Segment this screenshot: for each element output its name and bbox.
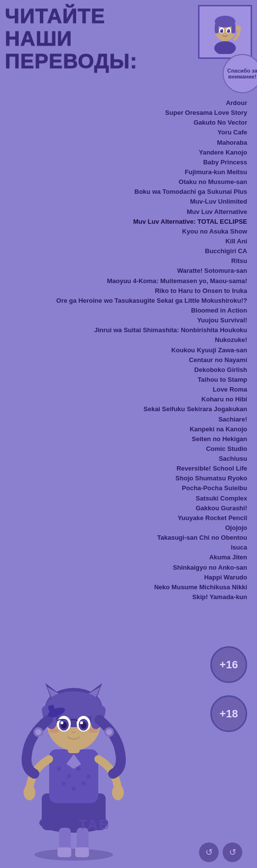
header: ЧИТАЙТЕ НАШИ ПЕРЕВОДЫ: — [0, 0, 257, 96]
list-item-comic-studio: Comic Studio — [10, 444, 247, 454]
list-item: Maoyuu 4-Koma: Muitemasen yo, Maou-sama! — [10, 276, 247, 286]
age-badge-16[interactable]: +16 — [210, 646, 247, 683]
list-item: Pocha-Pocha Suieibu — [10, 483, 247, 493]
list-item: Muv-Luv Unlimited — [10, 197, 247, 207]
svg-point-44 — [49, 728, 59, 733]
list-item: Reversible! School Life — [10, 464, 247, 473]
svg-point-11 — [228, 29, 228, 30]
list-item: Yuuyake Rocket Pencil — [10, 513, 247, 523]
svg-point-49 — [86, 774, 90, 778]
age-badge-16-text: +16 — [220, 658, 238, 671]
list-item: Centaur no Nayami — [10, 355, 247, 365]
list-item: Shojo Shumatsu Ryoko — [10, 473, 247, 483]
header-right: Спасибо за внимание! — [198, 5, 252, 93]
list-item: Kyou no Asuka Show — [10, 227, 247, 237]
age-badge-18-text: +18 — [220, 708, 238, 720]
refresh-icon-1[interactable]: ↺ — [199, 842, 219, 862]
svg-point-50 — [62, 782, 66, 786]
list-item: Yuujou Survival! — [10, 316, 247, 325]
title-text: ЧИТАЙТЕ НАШИ ПЕРЕВОДЫ: — [5, 5, 193, 73]
watermark-text: ТАБ — [79, 817, 111, 832]
tab-watermark: ТАБ — [79, 817, 111, 833]
title-line3: ПЕРЕВОДЫ: — [5, 50, 138, 73]
list-item: Shinkaigyo no Anko-san — [10, 563, 247, 573]
list-item: Koukou Kyuuji Zawa-san — [10, 345, 247, 355]
age-badge-18[interactable]: +18 — [210, 695, 247, 732]
list-item: Akuma Jiten — [10, 552, 247, 562]
list-item: Mahoraba — [10, 138, 247, 148]
list-item: Muv Luv Alternative — [10, 207, 247, 217]
svg-point-35 — [106, 729, 112, 735]
svg-rect-5 — [231, 24, 235, 33]
thanks-badge-text: Спасибо за внимание! — [224, 68, 257, 79]
svg-rect-22 — [57, 847, 71, 857]
svg-rect-4 — [215, 24, 219, 33]
list-item: Koharu no Hibi — [10, 395, 247, 404]
svg-point-33 — [35, 729, 41, 735]
manga-list: Ardour Super Oresama Love Story Gakuto N… — [0, 96, 257, 607]
list-item: Sachiusu — [10, 454, 247, 464]
list-item: Takasugi-san Chi no Obentou — [10, 533, 247, 543]
list-item: Muv Luv Alternative: TOTAL ECLIPSE — [10, 217, 247, 227]
list-item: Baby Princess — [10, 158, 247, 167]
list-item: Riko to Haru to Onsen to Iruka — [10, 286, 247, 296]
list-item: Happi Warudo — [10, 573, 247, 582]
svg-point-18 — [24, 785, 35, 800]
list-item: Ore ga Heroine wo Tasukasugite Sekai ga … — [10, 296, 247, 306]
svg-point-47 — [67, 774, 71, 778]
list-item: Bucchigiri CA — [10, 246, 247, 256]
svg-point-46 — [57, 767, 61, 771]
header-title: ЧИТАЙТЕ НАШИ ПЕРЕВОДЫ: — [5, 5, 198, 73]
svg-point-51 — [72, 787, 76, 790]
list-item: Kill Ani — [10, 237, 247, 246]
list-item: Love Roma — [10, 385, 247, 395]
svg-point-12 — [235, 25, 242, 33]
list-item: Satsuki Complex — [10, 494, 247, 503]
thanks-badge: Спасибо за внимание! — [223, 54, 257, 93]
list-item: Neko Musume Michikusa Nikki — [10, 582, 247, 592]
bottom-icons: ↺ ↺ — [199, 842, 242, 862]
svg-point-43 — [80, 721, 83, 724]
svg-point-8 — [220, 29, 223, 33]
svg-point-10 — [221, 29, 222, 30]
list-item: Sekai Seifuku Sekirara Jogakukan — [10, 404, 247, 414]
list-item: Gakuto No Vector — [10, 118, 247, 128]
svg-point-9 — [227, 29, 230, 33]
list-item: Waratte! Sotomura-san — [10, 266, 247, 276]
list-item-bloomed: Bloomed in Action — [10, 306, 247, 316]
character-svg — [5, 636, 143, 862]
title-line1: ЧИТАЙТЕ — [5, 4, 105, 27]
title-line2: НАШИ — [5, 27, 72, 50]
bottom-section: ТАБ +16 +18 ↺ ↺ — [0, 607, 257, 868]
list-item: Kanpeki na Kanojo — [10, 424, 247, 434]
list-item: Taihou to Stamp — [10, 375, 247, 385]
list-item: Sachiare! — [10, 415, 247, 424]
list-item: Jinrui wa Suitai Shimashita: Nonbirishit… — [10, 325, 247, 335]
svg-point-48 — [77, 767, 81, 771]
list-item: Yoru Cafe — [10, 128, 247, 137]
list-item: Ojojojo — [10, 523, 247, 533]
list-item: Ardour — [10, 98, 247, 108]
svg-point-19 — [112, 785, 124, 800]
list-item: Yandere Kanojo — [10, 148, 247, 158]
refresh-icon-2[interactable]: ↺ — [223, 842, 242, 862]
svg-point-0 — [214, 41, 236, 54]
list-item: Dekoboko Girlish — [10, 365, 247, 375]
list-item: Otaku no Musume-san — [10, 177, 247, 187]
avatar-image — [203, 10, 247, 54]
list-item: Boku wa Tomodachi ga Sukunai Plus — [10, 187, 247, 197]
svg-point-42 — [60, 721, 63, 724]
list-item: Super Oresama Love Story — [10, 108, 247, 118]
list-item: Seiten no Hekigan — [10, 434, 247, 444]
svg-point-45 — [88, 728, 98, 733]
svg-rect-23 — [75, 847, 89, 857]
character-illustration — [0, 627, 147, 862]
list-item: Nukozuke! — [10, 335, 247, 345]
avatar-frame — [198, 5, 252, 59]
list-item: Skip! Yamada-kun — [10, 592, 247, 602]
list-item: Gakkou Gurashi! — [10, 503, 247, 513]
svg-point-13 — [34, 849, 113, 861]
list-item: Fujimura-kun Meitsu — [10, 167, 247, 177]
list-item: Isuca — [10, 543, 247, 552]
list-item: Ritsu — [10, 256, 247, 266]
